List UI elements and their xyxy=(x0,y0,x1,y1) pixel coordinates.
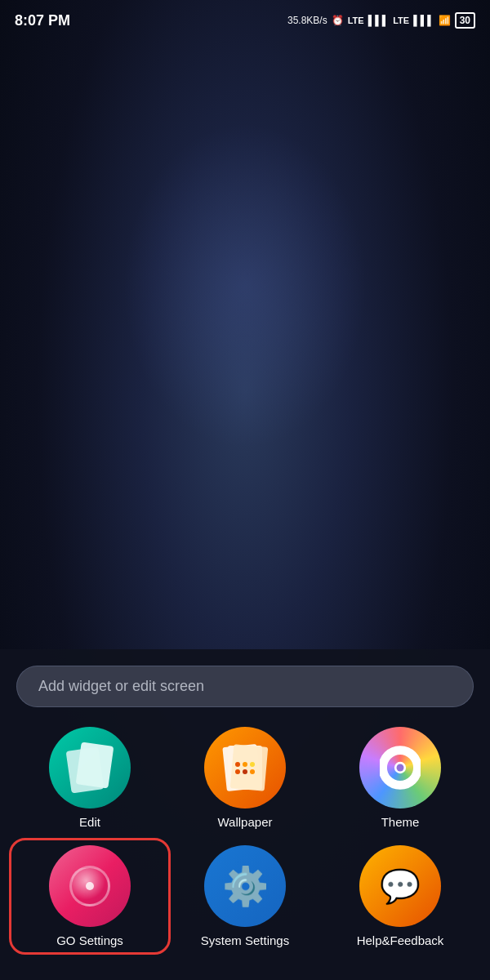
systemsettings-icon-item[interactable]: ⚙️ System Settings xyxy=(172,845,318,947)
edit-icon-item[interactable]: Edit xyxy=(16,727,163,829)
edit-page-front xyxy=(76,742,114,788)
theme-icon-circle xyxy=(359,727,441,808)
add-widget-button[interactable]: Add widget or edit screen xyxy=(16,666,474,707)
theme-label: Theme xyxy=(381,815,420,829)
edit-label: Edit xyxy=(79,815,100,829)
svg-point-2 xyxy=(397,764,404,772)
gear-icon: ⚙️ xyxy=(222,867,269,905)
signal-bars-1: ▌▌▌ xyxy=(368,15,390,26)
add-widget-label: Add widget or edit screen xyxy=(38,678,204,694)
systemsettings-label: System Settings xyxy=(201,933,289,947)
battery-icon: 30 xyxy=(455,12,475,29)
background-glow xyxy=(122,122,368,449)
helpfeedback-icon-item[interactable]: 💬 Help&Feedback xyxy=(327,845,474,947)
wallpaper-dots xyxy=(233,762,257,774)
status-time: 8:07 PM xyxy=(15,12,70,29)
wallpaper-icon-circle xyxy=(204,727,286,808)
gosettings-dot xyxy=(86,882,94,890)
gosettings-icon-item[interactable]: GO Settings xyxy=(9,838,171,955)
icon-grid: Edit Wallpape xyxy=(8,727,482,947)
wallpaper-icon-item[interactable]: Wallpaper xyxy=(172,727,318,829)
help-icon: 💬 xyxy=(380,867,421,906)
gosettings-icon-circle xyxy=(49,845,131,927)
theme-icon-item[interactable]: Theme xyxy=(327,727,474,829)
bottom-panel: Add widget or edit screen Edit xyxy=(0,649,490,980)
helpfeedback-label: Help&Feedback xyxy=(357,933,444,947)
gosettings-label: GO Settings xyxy=(56,933,123,947)
wallpaper-label: Wallpaper xyxy=(218,815,273,829)
gosettings-inner xyxy=(69,866,110,906)
alarm-icon: ⏰ xyxy=(332,15,344,26)
theme-svg xyxy=(380,745,421,791)
wifi-icon: 📶 xyxy=(439,15,451,26)
wallpaper-inner xyxy=(223,743,268,792)
lte-icon-2: LTE xyxy=(393,16,409,25)
edit-icon-inner xyxy=(69,744,111,791)
network-speed: 35.8KB/s xyxy=(287,15,327,26)
theme-inner xyxy=(380,747,421,788)
systemsettings-icon-circle: ⚙️ xyxy=(204,845,286,927)
status-right: 35.8KB/s ⏰ LTE ▌▌▌ LTE ▌▌▌ 📶 30 xyxy=(287,12,475,29)
edit-icon-circle xyxy=(49,727,131,808)
lte-icon-1: LTE xyxy=(348,16,364,25)
helpfeedback-icon-circle: 💬 xyxy=(359,845,441,927)
signal-bars-2: ▌▌▌ xyxy=(413,15,434,26)
status-bar: 8:07 PM 35.8KB/s ⏰ LTE ▌▌▌ LTE ▌▌▌ 📶 30 xyxy=(0,0,490,41)
